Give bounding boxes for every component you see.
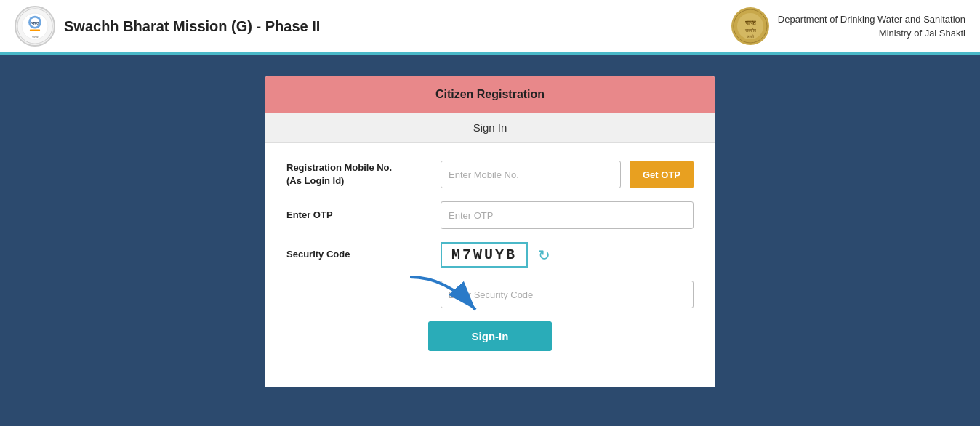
form-title-bar: Citizen Registration (265, 76, 715, 113)
form-body: Registration Mobile No.(As Login Id) Get… (265, 143, 715, 387)
header-left: भारत स्वच्छ Swachh Bharat Mission (G) - … (15, 6, 320, 47)
security-code-label: Security Code (286, 248, 432, 261)
svg-text:स्वच्छ: स्वच्छ (31, 35, 39, 39)
otp-label: Enter OTP (286, 209, 432, 222)
otp-row: Enter OTP (286, 201, 694, 229)
form-container: Citizen Registration Sign In Registratio… (265, 76, 715, 387)
emblem-logo: भारत सत्यमेव जयते (731, 7, 769, 45)
security-code-row: Security Code M7WUYB ↻ (286, 242, 694, 268)
main-content: Citizen Registration Sign In Registratio… (0, 55, 980, 426)
arrow-indicator (403, 273, 519, 317)
signin-bar: Sign In (265, 113, 715, 143)
mobile-input[interactable] (441, 161, 621, 188)
signin-button[interactable]: Sign-In (428, 321, 553, 351)
mobile-row: Registration Mobile No.(As Login Id) Get… (286, 161, 694, 188)
svg-text:सत्यमेव: सत्यमेव (744, 28, 756, 33)
department-line2: Ministry of Jal Shakti (778, 26, 965, 41)
header-right: भारत सत्यमेव जयते Department of Drinking… (731, 7, 965, 45)
arrow-section (286, 281, 694, 308)
get-otp-button[interactable]: Get OTP (630, 161, 694, 188)
form-title: Citizen Registration (435, 88, 545, 100)
signin-button-row: Sign-In (286, 321, 694, 351)
swachh-bharat-logo: भारत स्वच्छ (15, 6, 55, 47)
captcha-refresh-icon[interactable]: ↻ (534, 245, 554, 265)
svg-text:जयते: जयते (746, 34, 754, 39)
captcha-container: M7WUYB ↻ (441, 242, 694, 268)
header-title: Swachh Bharat Mission (G) - Phase II (64, 18, 320, 35)
header: भारत स्वच्छ Swachh Bharat Mission (G) - … (0, 0, 980, 55)
captcha-display: M7WUYB (441, 242, 528, 268)
otp-input[interactable] (441, 201, 694, 229)
svg-text:भारत: भारत (744, 20, 755, 26)
svg-rect-5 (30, 29, 40, 31)
mobile-label: Registration Mobile No.(As Login Id) (286, 161, 432, 188)
svg-text:भारत: भारत (31, 20, 39, 25)
signin-label: Sign In (473, 121, 507, 134)
header-department: Department of Drinking Water and Sanitat… (778, 12, 965, 41)
department-line1: Department of Drinking Water and Sanitat… (778, 12, 965, 27)
